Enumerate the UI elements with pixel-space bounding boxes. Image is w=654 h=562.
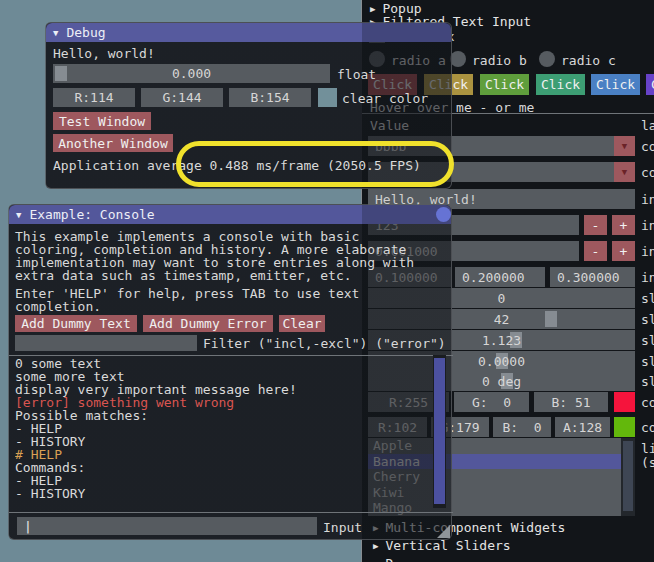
color1-b-field[interactable]: B: 51 <box>534 392 608 412</box>
slider-label: sl <box>641 374 654 389</box>
slider-value: 42 <box>494 312 510 327</box>
radio-b[interactable] <box>450 51 466 67</box>
collapse-arrow-icon[interactable]: ▼ <box>53 28 58 38</box>
listbox-label-line2: (s <box>641 455 654 470</box>
slider-label: sl <box>641 291 654 306</box>
test-window-button[interactable]: Test Window <box>53 112 151 130</box>
console-scrollbar-thumb[interactable] <box>434 358 445 504</box>
listbox-scrollbar[interactable] <box>621 438 635 516</box>
slider-grab[interactable] <box>545 311 557 327</box>
clear-button[interactable]: Clear <box>279 315 325 332</box>
radio-b-label: radio b <box>472 53 527 68</box>
tree-node-vertical-sliders[interactable]: ▶ Vertical Sliders <box>373 538 511 553</box>
slider-grab[interactable] <box>55 66 67 81</box>
debug-window: ▼ Debug Hello, world! 0.000 float R:114 … <box>45 22 452 189</box>
click-button-6[interactable]: Click <box>646 74 654 95</box>
tree-node-label: Vertical Sliders <box>385 538 510 553</box>
tree-node-clipped[interactable]: ▶ D <box>373 556 393 562</box>
hello-world-text: Hello, world! <box>53 46 155 61</box>
float-slider-label: float <box>337 67 376 82</box>
color2-swatch[interactable] <box>614 417 635 437</box>
filter-input[interactable] <box>15 335 197 351</box>
debug-window-titlebar[interactable]: ▼ Debug <box>46 23 451 42</box>
chevron-right-icon: ▶ <box>373 559 378 562</box>
slider-label: sl <box>641 354 654 369</box>
separator <box>9 512 453 513</box>
slider-value: 1.123 <box>482 333 521 348</box>
color2-a-field[interactable]: A:128 <box>555 417 610 437</box>
input-int-label: in <box>641 218 654 233</box>
input-float3-y[interactable]: 0.200000 <box>455 267 545 287</box>
combo-2-label: co <box>641 165 654 180</box>
input-text-label: in <box>641 192 654 207</box>
add-dummy-text-button[interactable]: Add Dummy Text <box>15 315 137 332</box>
color1-label: co <box>641 395 654 410</box>
chevron-down-icon[interactable]: ▼ <box>614 136 635 156</box>
color1-g-field[interactable]: G: 0 <box>454 392 529 412</box>
another-window-button[interactable]: Another Window <box>53 134 173 152</box>
color2-label: co <box>641 420 654 435</box>
listbox-scrollbar-thumb[interactable] <box>623 441 633 511</box>
plus-button[interactable]: + <box>612 241 635 261</box>
separator <box>9 355 453 356</box>
combo-1-label: co <box>641 139 654 154</box>
radio-c[interactable] <box>539 51 555 67</box>
log-line: Commands: <box>15 461 431 474</box>
console-scrollbar[interactable] <box>433 355 446 508</box>
log-line: Possible matches: <box>15 409 431 422</box>
slider-value: 0.0000 <box>478 354 525 369</box>
tree-node-label: D <box>385 556 393 562</box>
input-float3-label: in <box>641 270 654 285</box>
clear-color-swatch[interactable] <box>318 88 337 107</box>
slider-value: 0 deg <box>482 374 521 389</box>
click-button-4[interactable]: Click <box>536 74 585 95</box>
plus-button[interactable]: + <box>612 215 635 235</box>
console-window: ▼ Example: Console This example implemen… <box>8 204 452 540</box>
input-float3-z[interactable]: 0.300000 <box>550 267 635 287</box>
minus-button[interactable]: - <box>584 215 607 235</box>
click-button-5[interactable]: Click <box>591 74 640 95</box>
color1-swatch[interactable] <box>614 392 635 412</box>
chevron-down-icon[interactable]: ▼ <box>614 162 635 182</box>
slider-value: 0.000 <box>172 66 211 81</box>
collapse-arrow-icon[interactable]: ▼ <box>16 210 21 220</box>
chevron-right-icon: ▶ <box>370 4 375 14</box>
console-help-text: completion. <box>15 299 101 314</box>
clear-color-r-field[interactable]: R:114 <box>53 88 135 107</box>
console-command-input[interactable]: | <box>17 517 317 535</box>
minus-button[interactable]: - <box>584 241 607 261</box>
slider-label: sl <box>641 333 654 348</box>
console-input-label: Input <box>323 520 362 535</box>
add-dummy-error-button[interactable]: Add Dummy Error <box>143 315 273 332</box>
color2-b-field[interactable]: B: 0 <box>493 417 551 437</box>
label-label: la <box>641 118 654 133</box>
click-button-3[interactable]: Click <box>480 74 529 95</box>
slider-label: sl <box>641 312 654 327</box>
clear-color-g-field[interactable]: G:144 <box>141 88 223 107</box>
window-title: Debug <box>66 25 105 40</box>
fps-stats-text: Application average 0.488 ms/frame (2050… <box>53 158 421 173</box>
console-description: extra data such as timestamp, emitter, e… <box>15 268 352 283</box>
input-float-label: in <box>641 244 654 259</box>
window-title: Example: Console <box>29 207 154 222</box>
log-line: - HISTORY <box>15 487 431 500</box>
chevron-right-icon: ▶ <box>373 541 378 551</box>
filter-label: Filter ("incl,-excl") ("error") <box>203 336 446 351</box>
radio-c-label: radio c <box>561 53 616 68</box>
console-window-titlebar[interactable]: ▼ Example: Console <box>9 205 451 224</box>
clear-color-b-field[interactable]: B:154 <box>229 88 311 107</box>
console-log[interactable]: 0 some text some more text display very … <box>15 357 431 508</box>
log-line: - HISTORY <box>15 435 431 448</box>
listbox-label-line1: li <box>641 441 654 456</box>
close-icon[interactable] <box>436 207 451 222</box>
float-slider[interactable]: 0.000 <box>53 64 330 83</box>
resize-grip[interactable] <box>437 525 450 538</box>
clear-color-label: clear color <box>342 91 428 106</box>
